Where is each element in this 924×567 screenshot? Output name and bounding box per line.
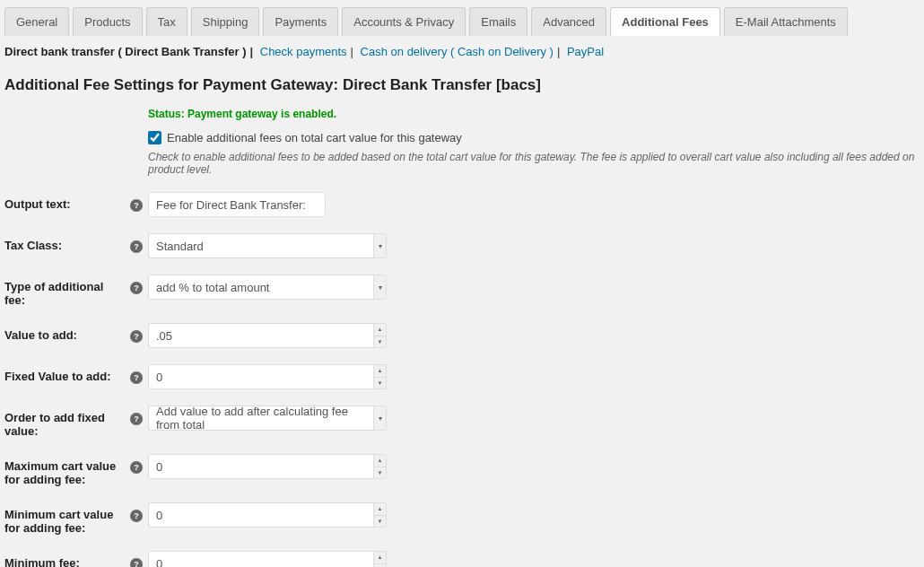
spinner-icon[interactable]: ▲▼ [373,455,386,478]
label-value-add: Value to add: [4,323,130,342]
spinner-icon[interactable]: ▲▼ [373,503,386,527]
status-text: Status: Payment gateway is enabled. [148,108,336,120]
tabs-nav: General Products Tax Shipping Payments A… [0,0,924,36]
help-icon[interactable]: ? [130,330,143,343]
value-add-input[interactable]: ▲▼ [148,323,387,348]
help-icon[interactable]: ? [130,282,143,294]
tab-accounts-privacy[interactable]: Accounts & Privacy [342,7,466,36]
max-cart-field[interactable] [149,455,373,478]
label-min-fee: Minimum fee: [4,551,130,567]
order-fixed-value: Add value to add after calculating fee f… [149,405,373,432]
min-fee-field[interactable] [149,552,373,567]
label-fixed-value: Fixed Value to add: [4,364,130,383]
fixed-value-input[interactable]: ▲▼ [148,364,387,389]
output-text-input[interactable] [148,192,326,217]
tab-general[interactable]: General [4,7,69,36]
help-icon[interactable]: ? [130,240,143,253]
chevron-down-icon: ▾ [373,406,386,430]
tab-email-attachments[interactable]: E-Mail Attachments [724,7,848,36]
chevron-down-icon: ▾ [373,234,386,257]
tab-additional-fees[interactable]: Additional Fees [610,7,720,36]
chevron-down-icon: ▾ [373,275,386,299]
help-icon[interactable]: ? [130,199,143,212]
label-type-fee: Type of additional fee: [4,275,130,307]
help-icon[interactable]: ? [130,558,143,567]
tab-advanced[interactable]: Advanced [531,7,606,36]
tax-class-select[interactable]: Standard ▾ [148,233,387,258]
label-max-cart: Maximum cart value for adding fee: [4,454,130,486]
label-order-fixed: Order to add fixed value: [4,406,130,438]
tab-payments[interactable]: Payments [263,7,338,36]
tab-shipping[interactable]: Shipping [191,7,260,36]
help-icon[interactable]: ? [130,371,143,384]
tax-class-value: Standard [149,240,373,253]
max-cart-input[interactable]: ▲▼ [148,454,387,479]
label-min-cart: Minimum cart value for adding fee: [4,502,130,535]
page-heading: Additional Fee Settings for Payment Gate… [4,76,920,94]
value-add-field[interactable] [149,324,373,347]
sublink-current: Direct bank transfer ( Direct Bank Trans… [4,45,246,58]
tab-tax[interactable]: Tax [146,7,187,36]
min-fee-input[interactable]: ▲▼ [148,551,387,567]
enable-fees-checkbox[interactable] [148,131,161,144]
help-icon[interactable]: ? [130,510,143,522]
tab-products[interactable]: Products [73,7,142,36]
fixed-value-field[interactable] [149,365,373,388]
sublink-check-payments[interactable]: Check payments [260,45,347,58]
sublinks: Direct bank transfer ( Direct Bank Trans… [4,45,920,58]
enable-fees-desc: Check to enable additional fees to be ad… [148,151,920,176]
spinner-icon[interactable]: ▲▼ [373,324,386,347]
type-fee-value: add % to total amount [149,281,373,294]
help-icon[interactable]: ? [130,413,143,425]
help-icon[interactable]: ? [130,461,143,474]
spinner-icon[interactable]: ▲▼ [373,365,386,388]
min-cart-input[interactable]: ▲▼ [148,502,387,528]
sublink-paypal[interactable]: PayPal [567,45,604,58]
enable-fees-label: Enable additional fees on total cart val… [167,131,462,144]
min-cart-field[interactable] [149,503,373,527]
label-output-text: Output text: [4,192,130,211]
sublink-cash-on-delivery[interactable]: Cash on delivery ( Cash on Delivery ) [361,45,554,58]
spinner-icon[interactable]: ▲▼ [373,552,386,567]
tab-emails[interactable]: Emails [469,7,527,36]
type-fee-select[interactable]: add % to total amount ▾ [148,275,387,300]
order-fixed-select[interactable]: Add value to add after calculating fee f… [148,406,387,431]
label-tax-class: Tax Class: [4,233,130,252]
